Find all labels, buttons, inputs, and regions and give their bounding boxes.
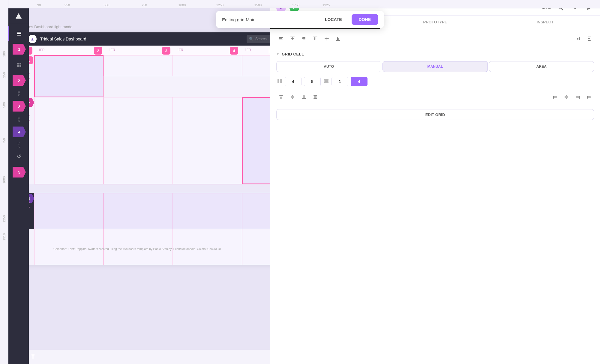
frame-header: ▲ Trideal Sales Dashboard 🔍 Search... ⌘K… bbox=[23, 32, 270, 46]
grid-cell-r1c3[interactable] bbox=[242, 55, 270, 76]
align-left-button[interactable] bbox=[276, 34, 286, 43]
align-top-button[interactable] bbox=[310, 34, 320, 43]
grid-cell-r4c3[interactable] bbox=[173, 193, 242, 229]
svg-rect-8 bbox=[279, 37, 283, 38]
search-icon: 🔍 bbox=[249, 37, 254, 41]
sidebar-badge-5[interactable]: 5 bbox=[13, 167, 26, 178]
col-start-group: 4 bbox=[276, 77, 302, 86]
ruler-mark-1000-left: 1000 bbox=[2, 175, 6, 185]
svg-rect-5 bbox=[20, 63, 21, 64]
svg-rect-31 bbox=[278, 79, 279, 83]
col-fr-1: 1FR bbox=[38, 48, 45, 52]
grid-cell-r4c4[interactable] bbox=[242, 193, 270, 229]
grid-cell-r4c2[interactable] bbox=[104, 193, 173, 229]
svg-rect-17 bbox=[313, 37, 317, 37]
frame-search[interactable]: 🔍 Search... ⌘K bbox=[247, 35, 270, 43]
footer-caption: Colophon: Font: Poppins. Avatars created… bbox=[53, 247, 221, 251]
grid-cell-r1c4-selected[interactable] bbox=[34, 55, 104, 97]
edit-grid-button[interactable]: EDIT GRID bbox=[276, 109, 594, 120]
right-panel: L ✓ 45% 🔍 ↺ ▶ DESIGN PROTOTYPE INSPECT bbox=[270, 0, 600, 364]
grid-cell-r5c2[interactable] bbox=[104, 229, 173, 265]
text-tool-button[interactable]: T bbox=[28, 352, 38, 363]
grid-cell-r1c1[interactable] bbox=[104, 55, 173, 76]
tab-prototype[interactable]: PROTOTYPE bbox=[380, 16, 490, 29]
done-button[interactable]: DONE bbox=[352, 14, 378, 25]
col-start-value[interactable]: 4 bbox=[285, 77, 302, 86]
align-bottom-button[interactable] bbox=[333, 34, 343, 43]
svg-marker-0 bbox=[16, 13, 22, 19]
tab-inspect[interactable]: INSPECT bbox=[490, 16, 600, 29]
grid-cell-r2c2[interactable] bbox=[104, 97, 173, 184]
collapse-icon[interactable]: ▼ bbox=[276, 52, 279, 56]
grid-cell-r1c2[interactable] bbox=[173, 55, 242, 76]
svg-rect-29 bbox=[588, 40, 591, 41]
svg-rect-42 bbox=[314, 98, 317, 99]
grid-cell-r2c1[interactable] bbox=[34, 97, 104, 184]
svg-rect-34 bbox=[324, 81, 328, 83]
align-self-end-button[interactable] bbox=[299, 92, 309, 102]
grid-cell-r5c1[interactable] bbox=[34, 229, 104, 265]
ruler-mark-750: 750 bbox=[142, 3, 147, 7]
grid-cell-r2c4-selected[interactable] bbox=[242, 97, 270, 184]
grid-cell-r5c3[interactable] bbox=[173, 229, 242, 265]
svg-rect-28 bbox=[588, 37, 591, 37]
svg-rect-19 bbox=[316, 37, 316, 40]
sidebar-item-layers[interactable] bbox=[8, 26, 29, 41]
ruler-mark-1250: 1250 bbox=[216, 3, 224, 7]
ruler-mark-1319-left: 1319 bbox=[2, 232, 6, 242]
ruler-mark-90: 90 bbox=[37, 3, 41, 7]
sidebar-badge-4[interactable]: 4 bbox=[13, 127, 26, 137]
grid-cell-r4c1[interactable] bbox=[34, 193, 104, 229]
col-end-value[interactable]: 5 bbox=[304, 77, 321, 86]
align-self-start-button[interactable] bbox=[276, 92, 286, 102]
svg-rect-16 bbox=[303, 40, 305, 40]
sidebar-item-clock[interactable]: ↺ bbox=[8, 149, 29, 164]
col-badge-2[interactable]: 2 bbox=[94, 47, 102, 55]
align-center-h-button[interactable] bbox=[288, 34, 297, 43]
bottom-toolbar: ○ T bbox=[8, 350, 270, 364]
this-month-dropdown[interactable]: This month ▾ bbox=[269, 47, 270, 55]
svg-rect-49 bbox=[576, 96, 579, 98]
svg-rect-21 bbox=[326, 37, 326, 40]
align-self-center-button[interactable] bbox=[288, 92, 297, 102]
svg-rect-30 bbox=[588, 38, 590, 39]
sidebar-item-grid[interactable] bbox=[8, 58, 29, 72]
align-self-stretch-button[interactable] bbox=[310, 92, 320, 102]
svg-rect-4 bbox=[17, 63, 19, 64]
mode-auto-button[interactable]: AUTO bbox=[276, 61, 381, 72]
sidebar-badge-arrow-2[interactable] bbox=[13, 101, 26, 112]
col-badge-3[interactable]: 3 bbox=[162, 47, 170, 55]
svg-rect-35 bbox=[279, 95, 283, 96]
justify-end-button[interactable] bbox=[573, 92, 583, 102]
svg-rect-50 bbox=[587, 96, 588, 99]
svg-rect-10 bbox=[279, 40, 283, 40]
row-end-value[interactable]: 4 bbox=[351, 77, 368, 86]
ruler-mark-250-left: 250 bbox=[2, 70, 6, 80]
sidebar-badge-1[interactable]: 1 bbox=[13, 44, 26, 55]
mode-manual-button[interactable]: MANUAL bbox=[382, 61, 488, 72]
svg-rect-43 bbox=[314, 96, 316, 98]
row-start-value[interactable]: 1 bbox=[332, 77, 348, 86]
align-tools-row-2 bbox=[270, 92, 600, 102]
canvas-area: Sales Dashboard light mode ▲ Trideal Sal… bbox=[8, 8, 270, 364]
locate-button[interactable]: LOCATE bbox=[320, 15, 347, 24]
grid-cell-r2c3[interactable] bbox=[173, 97, 242, 184]
col-fr-2: 1FR bbox=[109, 48, 115, 52]
grid-cell-r5c4[interactable] bbox=[242, 229, 270, 265]
justify-start-button[interactable] bbox=[550, 92, 560, 102]
frame-title: Trideal Sales Dashboard bbox=[40, 37, 243, 41]
sidebar-badge-arrow-1[interactable] bbox=[13, 75, 26, 86]
distribute-v-button[interactable] bbox=[584, 34, 594, 43]
section-header-grid-cell: ▼ GRID CELL bbox=[276, 52, 594, 56]
mode-area-button[interactable]: AREA bbox=[489, 61, 594, 72]
row-start-group: 1 bbox=[323, 77, 348, 86]
align-right-button[interactable] bbox=[299, 34, 309, 43]
justify-center-button[interactable] bbox=[562, 92, 571, 102]
distribute-h-button[interactable] bbox=[573, 34, 583, 43]
col-badge-4[interactable]: 4 bbox=[230, 47, 238, 55]
ruler-mark-1250-left: 1250 bbox=[2, 214, 6, 224]
svg-rect-18 bbox=[314, 37, 315, 40]
svg-rect-2 bbox=[17, 33, 21, 34]
align-middle-button[interactable] bbox=[322, 34, 332, 43]
justify-stretch-button[interactable] bbox=[584, 92, 594, 102]
